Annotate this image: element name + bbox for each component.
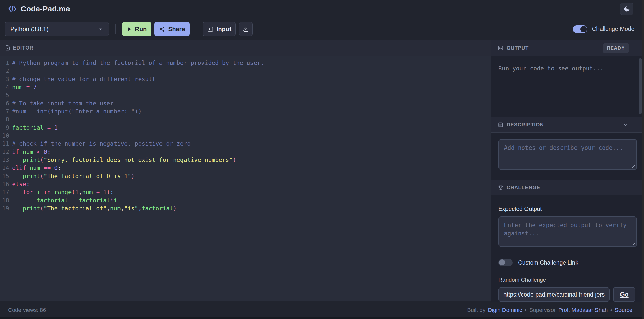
line-content[interactable]: print("The factorial of",num,"is",factor… xyxy=(9,204,177,212)
code-token[interactable]: num xyxy=(30,165,40,171)
window-scrollbar[interactable] xyxy=(642,0,644,319)
code-line[interactable]: 13 print("Sorry, factorial does not exis… xyxy=(0,156,491,164)
code-line[interactable]: 7#num = int(input("Enter a number: ")) xyxy=(0,107,491,115)
code-line[interactable]: 5 xyxy=(0,91,491,99)
code-line[interactable]: 19 print("The factorial of",num,"is",fac… xyxy=(0,204,491,212)
code-token[interactable]: range xyxy=(54,189,72,195)
code-token[interactable]: #num = int(input("Enter a number: ")) xyxy=(12,108,142,115)
supervisor-link[interactable]: Prof. Madasar Shah xyxy=(558,307,608,313)
code-token[interactable]: num xyxy=(110,205,121,212)
code-editor[interactable]: 1# Python program to find the factorial … xyxy=(0,56,491,301)
code-token[interactable]: ( xyxy=(40,173,44,179)
code-token[interactable]: < xyxy=(37,149,40,155)
code-token[interactable]: == xyxy=(44,165,51,171)
code-token[interactable]: if xyxy=(12,149,19,155)
line-content[interactable]: # check if the number is negative, posit… xyxy=(9,140,191,148)
code-line[interactable]: 16else: xyxy=(0,180,491,188)
code-token[interactable]: "is" xyxy=(124,205,138,212)
code-token[interactable] xyxy=(12,189,23,195)
code-token[interactable]: : xyxy=(58,165,61,171)
code-token[interactable] xyxy=(40,165,44,171)
code-token[interactable] xyxy=(75,197,79,204)
download-button[interactable] xyxy=(239,22,253,36)
code-token[interactable]: i xyxy=(37,189,40,195)
code-token[interactable] xyxy=(44,124,47,131)
input-button[interactable]: Input xyxy=(203,22,236,36)
side-panel-scrollbar-thumb[interactable] xyxy=(639,58,642,114)
code-token[interactable]: : xyxy=(47,149,51,155)
code-token[interactable]: + xyxy=(96,189,100,195)
code-token[interactable] xyxy=(33,189,37,195)
code-token[interactable]: for xyxy=(23,189,33,195)
run-button[interactable]: Run xyxy=(122,22,151,36)
code-token[interactable] xyxy=(26,165,30,171)
line-content[interactable] xyxy=(9,115,12,124)
code-token[interactable]: 7 xyxy=(33,84,37,90)
code-token[interactable]: else xyxy=(12,181,26,187)
code-token[interactable]: , xyxy=(138,205,142,212)
description-collapse-button[interactable] xyxy=(622,121,629,128)
line-content[interactable]: print("Sorry, factorial does not exist f… xyxy=(9,156,236,164)
code-token[interactable]: , xyxy=(107,205,110,212)
code-token[interactable]: 1 xyxy=(103,189,107,195)
code-line[interactable]: 3# change the value for a different resu… xyxy=(0,75,491,83)
code-token[interactable]: i xyxy=(114,197,117,204)
code-token[interactable] xyxy=(40,149,44,155)
code-token[interactable]: print xyxy=(23,173,40,179)
code-token[interactable]: print xyxy=(23,205,40,212)
code-token[interactable]: = xyxy=(72,197,75,204)
code-token[interactable]: 1 xyxy=(54,124,58,131)
code-line[interactable]: 8 xyxy=(0,115,491,124)
description-textarea[interactable] xyxy=(498,139,637,170)
code-token[interactable]: factorial xyxy=(79,197,110,204)
line-content[interactable] xyxy=(9,91,12,99)
code-token[interactable] xyxy=(68,197,72,204)
line-content[interactable]: num = 7 xyxy=(9,83,37,91)
code-line[interactable]: 17 for i in range(1,num + 1): xyxy=(0,188,491,196)
code-token[interactable]: = xyxy=(26,84,30,90)
share-button[interactable]: Share xyxy=(154,22,190,36)
code-token[interactable]: , xyxy=(79,189,82,195)
code-token[interactable]: , xyxy=(121,205,124,212)
code-token[interactable] xyxy=(12,157,23,163)
line-content[interactable] xyxy=(9,67,12,75)
line-content[interactable] xyxy=(9,132,12,140)
code-token[interactable]: factorial xyxy=(12,124,44,131)
code-token[interactable]: ) xyxy=(233,157,236,163)
theme-toggle-button[interactable] xyxy=(620,3,633,15)
code-line[interactable]: 1# Python program to find the factorial … xyxy=(0,59,491,67)
code-token[interactable]: in xyxy=(44,189,51,195)
code-token[interactable]: : xyxy=(110,189,114,195)
code-line[interactable]: 14elif num == 0: xyxy=(0,164,491,172)
code-line[interactable]: 9factorial = 1 xyxy=(0,124,491,132)
code-token[interactable] xyxy=(51,189,54,195)
code-token[interactable] xyxy=(51,165,54,171)
code-token[interactable] xyxy=(12,173,23,179)
code-token[interactable]: 0 xyxy=(44,149,47,155)
code-token[interactable]: 1 xyxy=(75,189,79,195)
code-token[interactable]: "Sorry, factorial does not exist for neg… xyxy=(44,157,233,163)
line-content[interactable]: factorial = factorial*i xyxy=(9,196,117,204)
code-token[interactable]: elif xyxy=(12,165,26,171)
line-content[interactable]: factorial = 1 xyxy=(9,124,58,132)
challenge-mode-toggle[interactable] xyxy=(573,25,587,33)
code-line[interactable]: 12if num < 0: xyxy=(0,148,491,156)
code-token[interactable]: * xyxy=(110,197,114,204)
code-token[interactable] xyxy=(12,205,23,212)
code-token[interactable]: ( xyxy=(72,189,75,195)
line-content[interactable]: elif num == 0: xyxy=(9,164,61,172)
custom-challenge-link-toggle[interactable] xyxy=(498,259,513,266)
line-content[interactable]: # To take input from the user xyxy=(9,99,114,107)
code-line[interactable]: 10 xyxy=(0,132,491,140)
code-line[interactable]: 15 print("The factorial of 0 is 1") xyxy=(0,172,491,180)
code-token[interactable]: ( xyxy=(40,205,44,212)
code-token[interactable] xyxy=(51,124,54,131)
code-token[interactable]: num xyxy=(23,149,33,155)
code-token[interactable] xyxy=(100,189,103,195)
code-token[interactable]: # change the value for a different resul… xyxy=(12,76,156,82)
language-select[interactable]: Python (3.8.1) xyxy=(5,22,109,36)
code-line[interactable]: 18 factorial = factorial*i xyxy=(0,196,491,204)
code-token[interactable]: 0 xyxy=(54,165,58,171)
code-token[interactable]: # To take input from the user xyxy=(12,100,114,107)
code-token[interactable]: factorial xyxy=(142,205,173,212)
